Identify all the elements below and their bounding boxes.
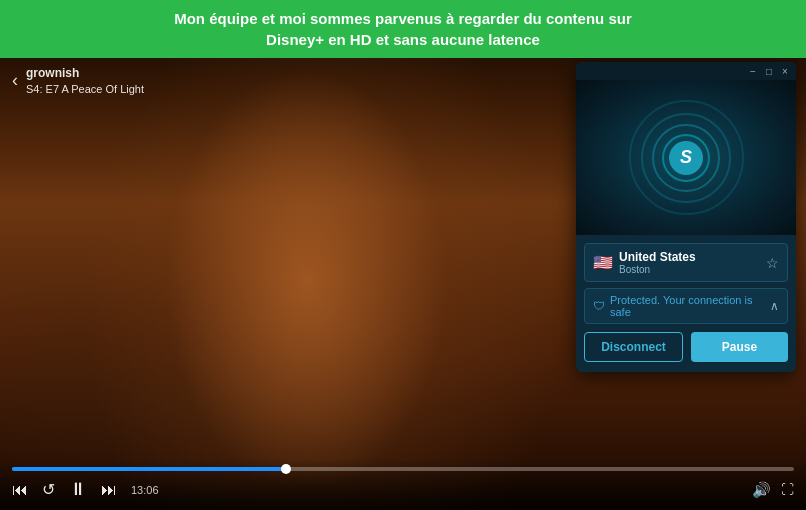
skip-back-icon[interactable]: ⏮ <box>12 481 28 499</box>
progress-bar-fill <box>12 467 286 471</box>
vpn-titlebar: − □ × <box>576 62 796 80</box>
pause-button[interactable]: Pause <box>691 332 788 362</box>
player-controls: ⏮ ↺ ⏸ ⏭ 13:06 🔊 ⛶ <box>12 479 794 500</box>
vpn-action-buttons: Disconnect Pause <box>576 324 796 372</box>
location-city: Boston <box>619 264 760 275</box>
vpn-logo: S <box>669 141 703 175</box>
vpn-protected-bar[interactable]: 🛡 Protected. Your connection is safe ∧ <box>584 288 788 324</box>
location-info: United States Boston <box>619 250 760 275</box>
volume-icon[interactable]: 🔊 <box>752 481 771 499</box>
progress-handle[interactable] <box>281 464 291 474</box>
disconnect-button[interactable]: Disconnect <box>584 332 683 362</box>
chevron-up-icon[interactable]: ∧ <box>770 299 779 313</box>
show-info: grownish S4: E7 A Peace Of Light <box>26 66 144 96</box>
replay-icon[interactable]: ↺ <box>42 480 55 499</box>
vpn-circles: S <box>626 98 746 218</box>
time-display: 13:06 <box>131 484 159 496</box>
episode-info: S4: E7 A Peace Of Light <box>26 82 144 96</box>
progress-bar-container[interactable] <box>12 467 794 471</box>
vpn-location-bar[interactable]: 🇺🇸 United States Boston ☆ <box>584 243 788 282</box>
skip-forward-icon[interactable]: ⏭ <box>101 481 117 499</box>
back-icon[interactable]: ‹ <box>12 70 18 91</box>
testimonial-banner: Mon équipe et moi sommes parvenus à rega… <box>0 0 806 58</box>
country-flag: 🇺🇸 <box>593 255 613 271</box>
fullscreen-icon[interactable]: ⛶ <box>781 482 794 497</box>
controls-left: ⏮ ↺ ⏸ ⏭ 13:06 <box>12 479 159 500</box>
vpn-panel: − □ × S 🇺🇸 United States Boston ☆ 🛡 Prot… <box>576 62 796 372</box>
protected-text: Protected. Your connection is safe <box>610 294 770 318</box>
close-button[interactable]: × <box>780 66 790 76</box>
protected-left: 🛡 Protected. Your connection is safe <box>593 294 770 318</box>
maximize-button[interactable]: □ <box>764 66 774 76</box>
controls-right: 🔊 ⛶ <box>752 481 794 499</box>
favorite-icon[interactable]: ☆ <box>766 255 779 271</box>
player-bottom-bar: ⏮ ↺ ⏸ ⏭ 13:06 🔊 ⛶ <box>0 459 806 510</box>
vpn-animation-area: S <box>576 80 796 235</box>
pause-icon[interactable]: ⏸ <box>69 479 87 500</box>
banner-text: Mon équipe et moi sommes parvenus à rega… <box>20 8 786 50</box>
shield-icon: 🛡 <box>593 299 605 313</box>
minimize-button[interactable]: − <box>748 66 758 76</box>
location-country: United States <box>619 250 760 264</box>
show-name: grownish <box>26 66 144 82</box>
